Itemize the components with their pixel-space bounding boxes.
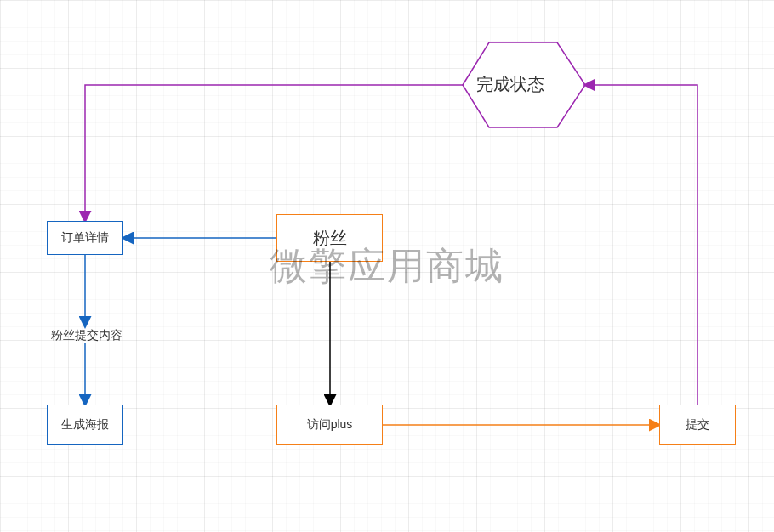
node-order-details-label: 订单详情 xyxy=(61,230,109,246)
node-generate-poster-label: 生成海报 xyxy=(61,417,109,433)
node-visit-plus-label: 访问plus xyxy=(307,417,353,433)
edge-complete-to-order xyxy=(85,85,463,221)
node-generate-poster: 生成海报 xyxy=(47,405,123,445)
diagram-connections-layer xyxy=(0,0,774,532)
node-submit: 提交 xyxy=(659,405,736,445)
node-fans-submit-content-label: 粉丝提交内容 xyxy=(51,328,122,343)
edge-submit-to-complete xyxy=(585,85,697,405)
node-order-details: 订单详情 xyxy=(47,221,123,255)
node-visit-plus: 访问plus xyxy=(276,405,383,445)
node-fans-label: 粉丝 xyxy=(313,227,347,250)
node-submit-label: 提交 xyxy=(686,417,709,433)
node-complete-status-label: 完成状态 xyxy=(476,73,544,96)
node-fans: 粉丝 xyxy=(276,214,383,262)
